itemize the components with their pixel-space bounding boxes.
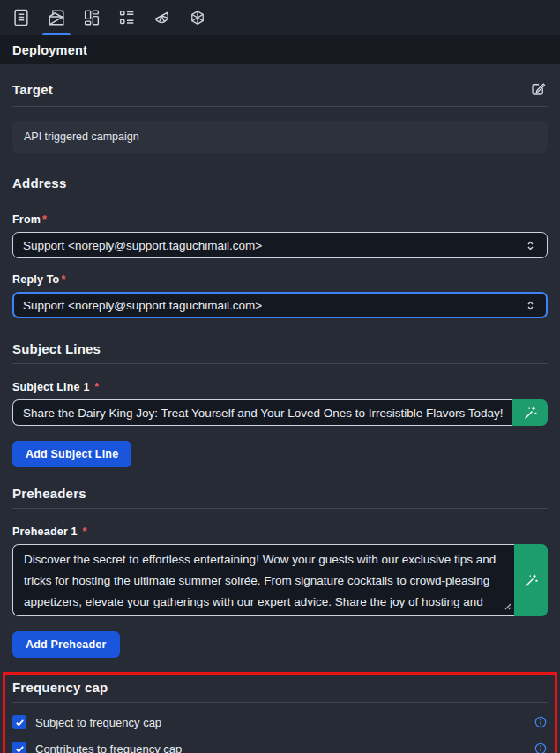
- checkbox-label: Contributes to frequency cap: [35, 742, 182, 753]
- target-section-title: Target: [12, 82, 53, 97]
- resize-handle[interactable]: [503, 598, 511, 614]
- from-label: From*: [12, 213, 548, 226]
- tab-document[interactable]: [4, 0, 39, 35]
- checkmark-icon: [15, 718, 25, 727]
- checkbox-label: Subject to frequency cap: [35, 716, 161, 729]
- generate-preheader-button[interactable]: [514, 544, 548, 616]
- generate-subject-button[interactable]: [512, 399, 548, 426]
- subject-to-frequency-cap-row: Subject to frequency cap: [12, 715, 548, 729]
- preheader-1-textarea[interactable]: Discover the secret to effortless entert…: [12, 544, 514, 616]
- preheaders-section-title: Preheaders: [12, 486, 86, 501]
- info-icon: [534, 742, 548, 753]
- info-button[interactable]: [534, 715, 548, 729]
- checkmark-icon: [15, 744, 25, 753]
- target-value: API triggered campaign: [12, 121, 548, 153]
- required-asterisk: *: [82, 526, 86, 538]
- add-preheader-button[interactable]: Add Preheader: [12, 631, 120, 658]
- required-asterisk: *: [61, 273, 65, 286]
- edit-icon: [530, 81, 546, 97]
- toolbar: [0, 0, 560, 35]
- subject-line-1-input[interactable]: Share the Dairy King Joy: Treat Yourself…: [12, 399, 512, 426]
- checklist-icon: [117, 8, 137, 27]
- required-asterisk: *: [42, 213, 47, 226]
- info-button[interactable]: [534, 742, 548, 753]
- layout-blocks-icon: [82, 8, 101, 27]
- tab-molecule[interactable]: [180, 0, 215, 35]
- magic-wand-icon: [522, 405, 539, 421]
- required-asterisk: *: [94, 381, 99, 393]
- subject-lines-section-title: Subject Lines: [12, 341, 101, 356]
- subject-line-1-label: Subject Line 1 *: [12, 381, 548, 393]
- reply-to-select[interactable]: Support <noreply@support.taguchimail.com…: [12, 292, 548, 318]
- from-select-value: Support <noreply@support.taguchimail.com…: [23, 239, 524, 252]
- document-icon: [11, 8, 31, 27]
- edit-target-button[interactable]: [528, 79, 548, 99]
- contributes-to-frequency-cap-checkbox[interactable]: [12, 742, 26, 753]
- tab-checklist[interactable]: [109, 0, 145, 35]
- email-deployment-icon: [47, 8, 66, 27]
- reply-to-label: Reply To*: [12, 273, 548, 286]
- frequency-cap-annotation-box: Frequency cap Subject to frequency cap: [3, 672, 557, 753]
- add-subject-line-button[interactable]: Add Subject Line: [12, 441, 131, 467]
- tab-layout[interactable]: [74, 0, 109, 35]
- chevron-up-down-icon: [524, 299, 537, 312]
- address-section-title: Address: [12, 175, 66, 190]
- magic-wand-icon: [523, 572, 540, 589]
- info-icon: [534, 715, 548, 729]
- reply-to-select-value: Support <noreply@support.taguchimail.com…: [23, 299, 524, 312]
- divider: [12, 106, 548, 107]
- tab-citrus[interactable]: [145, 0, 180, 35]
- contributes-to-frequency-cap-row: Contributes to frequency cap: [12, 742, 548, 753]
- from-select[interactable]: Support <noreply@support.taguchimail.com…: [12, 232, 548, 258]
- chevron-up-down-icon: [524, 239, 537, 252]
- page-title: Deployment: [0, 35, 560, 64]
- divider: [12, 702, 548, 703]
- frequency-cap-section-title: Frequency cap: [12, 680, 108, 695]
- tab-deployment[interactable]: [39, 0, 74, 35]
- subject-to-frequency-cap-checkbox[interactable]: [12, 715, 26, 729]
- preheader-1-label: Preheader 1 *: [12, 526, 548, 538]
- citrus-icon: [153, 8, 172, 27]
- molecule-icon: [188, 8, 207, 27]
